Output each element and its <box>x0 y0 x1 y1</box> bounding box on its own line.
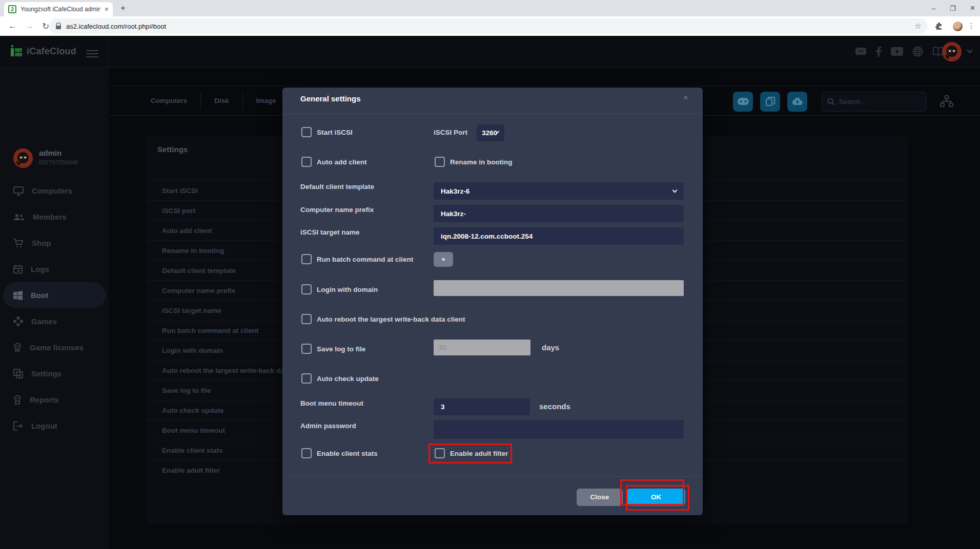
default-client-template-select[interactable]: Hak3rz-6 <box>434 182 684 200</box>
icafecloud-logo-icon <box>10 44 24 58</box>
app-header: iCafeCloud <box>0 36 980 68</box>
sidebar-item-games[interactable]: Games <box>0 308 109 334</box>
domain-input <box>434 280 684 296</box>
iscsi-port-label: iSCSI Port <box>434 129 467 136</box>
tab-computers[interactable]: Computers <box>137 92 201 110</box>
sidebar-item-label: Game licenses <box>30 343 84 352</box>
save-log-days-input <box>434 340 530 355</box>
sidebar-nav: Computers Members Shop Logs Boot Games G… <box>0 178 109 439</box>
window-restore-button[interactable]: ❐ <box>950 5 956 12</box>
search-box[interactable] <box>822 92 927 112</box>
app-logo[interactable]: iCafeCloud <box>10 44 76 58</box>
new-tab-button[interactable]: + <box>117 3 129 13</box>
sidebar-item-logout[interactable]: Logout <box>0 413 109 439</box>
back-icon[interactable]: ← <box>8 21 17 31</box>
modal-footer-divider <box>282 476 703 477</box>
auto-reboot-checkbox[interactable] <box>301 314 312 324</box>
layers-icon <box>13 369 23 378</box>
cart-icon <box>13 239 24 248</box>
chevron-down-icon[interactable] <box>967 47 972 53</box>
sidebar-item-reports[interactable]: Reports <box>0 387 109 413</box>
user-name: admin <box>39 149 78 157</box>
sidebar-item-computers[interactable]: Computers <box>0 178 109 204</box>
start-iscsi-checkbox[interactable] <box>301 127 312 137</box>
sidebar-item-boot[interactable]: Boot <box>3 282 106 308</box>
calendar-icon <box>13 265 23 274</box>
window-close-button[interactable]: × <box>970 4 975 13</box>
hamburger-menu-icon[interactable] <box>86 48 98 59</box>
ok-button[interactable]: OK <box>627 489 685 506</box>
sidebar-user-block: admin 097797250946 <box>13 149 78 168</box>
window-minimize-button[interactable]: – <box>932 5 935 12</box>
user-id: 097797250946 <box>39 159 78 165</box>
iscsi-target-name-label: iSCSI target name <box>300 228 360 236</box>
login-with-domain-checkbox[interactable] <box>301 284 312 294</box>
sidebar: admin 097797250946 Computers Members Sho… <box>0 68 109 549</box>
tab-disk[interactable]: Disk <box>201 92 243 110</box>
modal-close-icon[interactable]: × <box>683 93 688 103</box>
browser-tab[interactable]: 2 Youngzsoft iCafeCloud admin × <box>4 2 113 16</box>
url-text[interactable]: as2.icafecloud.com/root.php#boot <box>66 23 166 30</box>
facebook-icon[interactable] <box>876 47 882 57</box>
run-batch-checkbox[interactable] <box>301 254 312 264</box>
modal-header-divider <box>282 114 703 114</box>
badge-icon <box>13 395 22 405</box>
copy-tool-button[interactable] <box>760 92 780 112</box>
people-icon <box>13 213 25 221</box>
network-sitemap-icon[interactable] <box>940 95 953 108</box>
sidebar-item-label: Members <box>33 213 67 221</box>
header-divider <box>109 36 109 68</box>
screen: { "browser": { "tab_title": "Youngzsoft … <box>0 0 980 549</box>
lock-icon <box>55 23 62 30</box>
cloud-upload-icon <box>792 97 803 105</box>
reload-icon[interactable]: ↻ <box>42 21 49 32</box>
games-tool-button[interactable] <box>733 92 753 112</box>
iscsi-port-value: 3260 <box>482 129 497 137</box>
seconds-unit-label: seconds <box>539 402 570 411</box>
boot-menu-timeout-input[interactable] <box>434 398 530 415</box>
extensions-icon[interactable] <box>935 22 943 30</box>
modal-title: General settings <box>300 94 361 103</box>
discord-icon[interactable] <box>855 47 867 57</box>
address-bar[interactable]: as2.icafecloud.com/root.php#boot ☆ <box>49 18 928 34</box>
sidebar-item-label: Games <box>31 317 57 326</box>
close-button[interactable]: Close <box>577 489 623 506</box>
sidebar-item-shop[interactable]: Shop <box>0 230 109 256</box>
auto-add-client-checkbox[interactable] <box>301 157 312 167</box>
admin-password-input[interactable] <box>434 420 684 439</box>
save-log-checkbox[interactable] <box>301 344 312 354</box>
sidebar-item-label: Shop <box>32 239 51 247</box>
tab-close-icon[interactable]: × <box>105 5 109 13</box>
auto-add-client-label: Auto add client <box>317 158 367 166</box>
logo-text: iCafeCloud <box>27 46 76 57</box>
iscsi-target-name-input[interactable] <box>434 227 684 245</box>
enable-adult-filter-checkbox[interactable] <box>435 448 445 458</box>
search-input[interactable] <box>839 98 916 105</box>
browser-tab-strip: 2 Youngzsoft iCafeCloud admin × + – ❐ × <box>0 0 980 16</box>
batch-command-expand-button[interactable]: » <box>434 252 453 267</box>
rename-in-booting-checkbox[interactable] <box>435 157 445 167</box>
save-log-label: Save log to file <box>317 345 365 353</box>
bookmark-star-icon[interactable]: ☆ <box>915 22 922 31</box>
enable-client-stats-checkbox[interactable] <box>301 448 312 458</box>
auto-check-update-label: Auto check update <box>317 375 379 383</box>
admin-password-label: Admin password <box>300 422 356 430</box>
computer-name-prefix-input[interactable] <box>434 205 684 222</box>
browser-menu-icon[interactable]: ⋮ <box>968 22 975 30</box>
sidebar-item-label: Logout <box>31 421 57 430</box>
browser-profile-avatar[interactable] <box>953 22 963 31</box>
start-iscsi-label: Start iSCSI <box>317 129 353 136</box>
sidebar-item-logs[interactable]: Logs <box>0 256 109 282</box>
youtube-icon[interactable] <box>891 47 903 56</box>
sidebar-item-label: Settings <box>31 369 62 378</box>
user-avatar[interactable] <box>942 42 962 61</box>
globe-icon[interactable] <box>912 46 923 57</box>
browser-tab-title: Youngzsoft iCafeCloud admin <box>21 6 100 13</box>
iscsi-port-select[interactable]: 3260 <box>477 124 504 141</box>
logout-icon <box>13 421 23 431</box>
cloud-upload-button[interactable] <box>787 92 807 112</box>
sidebar-item-settings[interactable]: Settings <box>0 361 109 387</box>
sidebar-item-game-licenses[interactable]: Game licenses <box>0 334 109 361</box>
sidebar-item-members[interactable]: Members <box>0 204 109 230</box>
auto-check-update-checkbox[interactable] <box>301 373 312 384</box>
